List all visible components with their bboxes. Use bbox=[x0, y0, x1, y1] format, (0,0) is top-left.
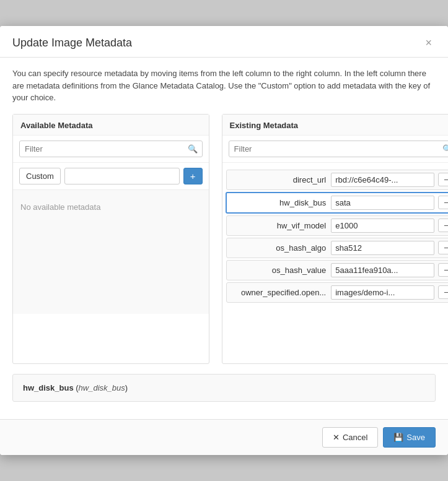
metadata-key: os_hash_algo bbox=[232, 243, 332, 253]
existing-filter-row: 🔍 bbox=[222, 136, 448, 163]
modal-header: Update Image Metadata × bbox=[0, 26, 448, 58]
save-button[interactable]: 💾 Save bbox=[383, 427, 436, 448]
cancel-label: Cancel bbox=[343, 433, 367, 442]
info-key-name: hw_disk_bus bbox=[23, 383, 74, 392]
metadata-value-input[interactable] bbox=[331, 173, 434, 187]
remove-button[interactable]: − bbox=[438, 241, 448, 254]
available-metadata-header: Available Metadata bbox=[13, 115, 209, 136]
custom-button[interactable]: Custom bbox=[19, 168, 61, 184]
table-row[interactable]: hw_vif_model − bbox=[226, 215, 448, 236]
modal: Update Image Metadata × You can specify … bbox=[0, 26, 448, 455]
metadata-key: direct_url bbox=[232, 175, 332, 184]
available-metadata-column: Available Metadata 🔍 Custom + No availab… bbox=[12, 114, 209, 364]
save-label: Save bbox=[406, 433, 425, 442]
available-metadata-content: No available metadata bbox=[13, 190, 209, 363]
remove-button[interactable]: − bbox=[438, 196, 448, 209]
metadata-value-input[interactable] bbox=[331, 285, 434, 300]
metadata-key: hw_vif_model bbox=[232, 221, 332, 230]
metadata-key: owner_specified.open... bbox=[232, 288, 332, 297]
custom-key-input[interactable] bbox=[64, 168, 180, 184]
existing-filter-wrapper: 🔍 bbox=[229, 141, 448, 157]
close-button[interactable]: × bbox=[421, 36, 436, 50]
columns-container: Available Metadata 🔍 Custom + No availab… bbox=[12, 114, 436, 364]
modal-body: You can specify resource metadata by mov… bbox=[0, 58, 448, 419]
table-row[interactable]: owner_specified.open... − bbox=[226, 282, 448, 303]
info-close-paren: ) bbox=[125, 383, 128, 392]
remove-button[interactable]: − bbox=[438, 285, 448, 299]
metadata-key: os_hash_value bbox=[232, 266, 332, 275]
add-custom-button[interactable]: + bbox=[183, 168, 203, 184]
info-bar: hw_disk_bus (hw_disk_bus) bbox=[12, 374, 436, 402]
remove-button[interactable]: − bbox=[438, 263, 448, 277]
save-icon: 💾 bbox=[393, 433, 403, 442]
metadata-value-input[interactable] bbox=[331, 196, 434, 210]
metadata-value-input[interactable] bbox=[331, 263, 434, 277]
cancel-button[interactable]: ✕ Cancel bbox=[322, 427, 378, 448]
info-key-sub: hw_disk_bus bbox=[79, 383, 125, 392]
available-filter-row: 🔍 bbox=[13, 136, 209, 163]
table-row[interactable]: direct_url − bbox=[226, 170, 448, 190]
modal-title: Update Image Metadata bbox=[12, 37, 132, 50]
table-row[interactable]: os_hash_algo − bbox=[226, 238, 448, 258]
table-row[interactable]: hw_disk_bus − bbox=[226, 192, 448, 214]
available-filter-input[interactable] bbox=[19, 141, 203, 157]
cancel-icon: ✕ bbox=[333, 433, 340, 442]
metadata-key: hw_disk_bus bbox=[232, 198, 332, 207]
existing-metadata-list: direct_url − hw_disk_bus − hw_vif_model … bbox=[222, 163, 448, 336]
existing-metadata-header: Existing Metadata bbox=[222, 115, 448, 136]
remove-button[interactable]: − bbox=[438, 173, 448, 186]
no-metadata-text: No available metadata bbox=[13, 190, 209, 314]
remove-button[interactable]: − bbox=[438, 219, 448, 232]
custom-row: Custom + bbox=[13, 163, 209, 190]
description-text: You can specify resource metadata by mov… bbox=[12, 67, 436, 104]
metadata-value-input[interactable] bbox=[331, 219, 434, 233]
available-filter-wrapper: 🔍 bbox=[19, 141, 203, 157]
table-row[interactable]: os_hash_value − bbox=[226, 260, 448, 280]
metadata-value-input[interactable] bbox=[331, 241, 434, 255]
existing-filter-input[interactable] bbox=[229, 141, 448, 157]
existing-metadata-column: Existing Metadata 🔍 direct_url − hw_disk… bbox=[222, 114, 448, 364]
modal-footer: ✕ Cancel 💾 Save bbox=[0, 419, 448, 455]
